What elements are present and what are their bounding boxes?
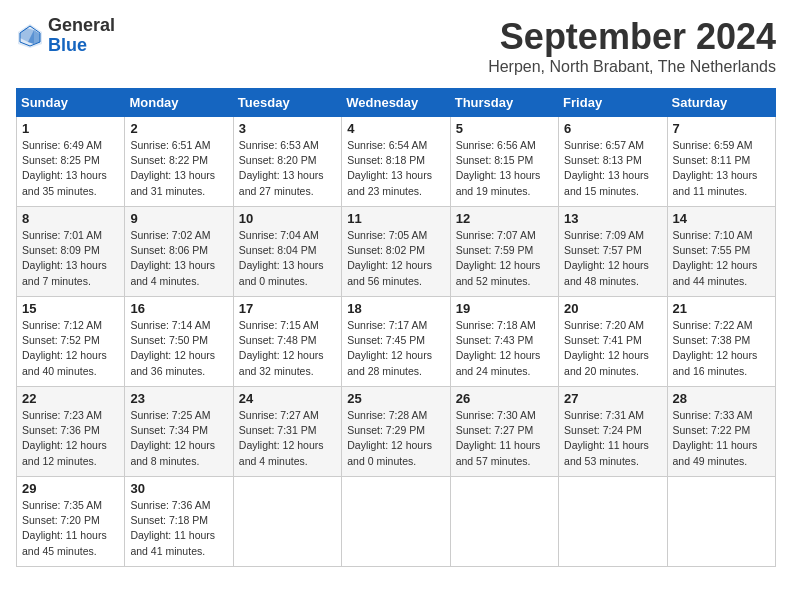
day-number: 27 bbox=[564, 391, 661, 406]
calendar-cell: 16Sunrise: 7:14 AMSunset: 7:50 PMDayligh… bbox=[125, 297, 233, 387]
day-number: 9 bbox=[130, 211, 227, 226]
calendar-cell: 22Sunrise: 7:23 AMSunset: 7:36 PMDayligh… bbox=[17, 387, 125, 477]
day-detail: Sunrise: 7:10 AMSunset: 7:55 PMDaylight:… bbox=[673, 229, 758, 287]
calendar-cell: 30Sunrise: 7:36 AMSunset: 7:18 PMDayligh… bbox=[125, 477, 233, 567]
column-header-sunday: Sunday bbox=[17, 89, 125, 117]
column-header-saturday: Saturday bbox=[667, 89, 775, 117]
column-header-thursday: Thursday bbox=[450, 89, 558, 117]
day-detail: Sunrise: 7:02 AMSunset: 8:06 PMDaylight:… bbox=[130, 229, 215, 287]
calendar-cell: 2Sunrise: 6:51 AMSunset: 8:22 PMDaylight… bbox=[125, 117, 233, 207]
calendar-cell: 26Sunrise: 7:30 AMSunset: 7:27 PMDayligh… bbox=[450, 387, 558, 477]
calendar-cell bbox=[667, 477, 775, 567]
day-detail: Sunrise: 6:59 AMSunset: 8:11 PMDaylight:… bbox=[673, 139, 758, 197]
calendar-cell: 10Sunrise: 7:04 AMSunset: 8:04 PMDayligh… bbox=[233, 207, 341, 297]
calendar-cell: 25Sunrise: 7:28 AMSunset: 7:29 PMDayligh… bbox=[342, 387, 450, 477]
logo-icon bbox=[16, 22, 44, 50]
day-number: 11 bbox=[347, 211, 444, 226]
calendar-cell: 12Sunrise: 7:07 AMSunset: 7:59 PMDayligh… bbox=[450, 207, 558, 297]
day-number: 29 bbox=[22, 481, 119, 496]
day-number: 18 bbox=[347, 301, 444, 316]
day-detail: Sunrise: 7:07 AMSunset: 7:59 PMDaylight:… bbox=[456, 229, 541, 287]
day-number: 10 bbox=[239, 211, 336, 226]
day-number: 30 bbox=[130, 481, 227, 496]
day-number: 2 bbox=[130, 121, 227, 136]
day-detail: Sunrise: 7:22 AMSunset: 7:38 PMDaylight:… bbox=[673, 319, 758, 377]
calendar-week-row: 15Sunrise: 7:12 AMSunset: 7:52 PMDayligh… bbox=[17, 297, 776, 387]
calendar-cell: 3Sunrise: 6:53 AMSunset: 8:20 PMDaylight… bbox=[233, 117, 341, 207]
day-detail: Sunrise: 6:51 AMSunset: 8:22 PMDaylight:… bbox=[130, 139, 215, 197]
calendar-cell: 9Sunrise: 7:02 AMSunset: 8:06 PMDaylight… bbox=[125, 207, 233, 297]
calendar-cell: 28Sunrise: 7:33 AMSunset: 7:22 PMDayligh… bbox=[667, 387, 775, 477]
calendar-cell: 8Sunrise: 7:01 AMSunset: 8:09 PMDaylight… bbox=[17, 207, 125, 297]
day-detail: Sunrise: 7:14 AMSunset: 7:50 PMDaylight:… bbox=[130, 319, 215, 377]
day-number: 21 bbox=[673, 301, 770, 316]
calendar-cell: 7Sunrise: 6:59 AMSunset: 8:11 PMDaylight… bbox=[667, 117, 775, 207]
calendar-cell: 6Sunrise: 6:57 AMSunset: 8:13 PMDaylight… bbox=[559, 117, 667, 207]
calendar-cell: 19Sunrise: 7:18 AMSunset: 7:43 PMDayligh… bbox=[450, 297, 558, 387]
calendar-cell: 15Sunrise: 7:12 AMSunset: 7:52 PMDayligh… bbox=[17, 297, 125, 387]
day-number: 25 bbox=[347, 391, 444, 406]
day-detail: Sunrise: 7:35 AMSunset: 7:20 PMDaylight:… bbox=[22, 499, 107, 557]
day-detail: Sunrise: 7:09 AMSunset: 7:57 PMDaylight:… bbox=[564, 229, 649, 287]
day-detail: Sunrise: 6:54 AMSunset: 8:18 PMDaylight:… bbox=[347, 139, 432, 197]
column-header-tuesday: Tuesday bbox=[233, 89, 341, 117]
calendar-subtitle: Herpen, North Brabant, The Netherlands bbox=[488, 58, 776, 76]
day-detail: Sunrise: 7:12 AMSunset: 7:52 PMDaylight:… bbox=[22, 319, 107, 377]
calendar-cell: 5Sunrise: 6:56 AMSunset: 8:15 PMDaylight… bbox=[450, 117, 558, 207]
day-number: 13 bbox=[564, 211, 661, 226]
column-header-wednesday: Wednesday bbox=[342, 89, 450, 117]
day-detail: Sunrise: 7:25 AMSunset: 7:34 PMDaylight:… bbox=[130, 409, 215, 467]
day-number: 24 bbox=[239, 391, 336, 406]
day-detail: Sunrise: 6:57 AMSunset: 8:13 PMDaylight:… bbox=[564, 139, 649, 197]
day-number: 14 bbox=[673, 211, 770, 226]
calendar-cell bbox=[233, 477, 341, 567]
day-detail: Sunrise: 7:28 AMSunset: 7:29 PMDaylight:… bbox=[347, 409, 432, 467]
logo-blue-text: Blue bbox=[48, 36, 115, 56]
day-number: 15 bbox=[22, 301, 119, 316]
day-number: 20 bbox=[564, 301, 661, 316]
column-header-monday: Monday bbox=[125, 89, 233, 117]
day-detail: Sunrise: 7:05 AMSunset: 8:02 PMDaylight:… bbox=[347, 229, 432, 287]
day-detail: Sunrise: 7:18 AMSunset: 7:43 PMDaylight:… bbox=[456, 319, 541, 377]
calendar-table: SundayMondayTuesdayWednesdayThursdayFrid… bbox=[16, 88, 776, 567]
day-detail: Sunrise: 7:36 AMSunset: 7:18 PMDaylight:… bbox=[130, 499, 215, 557]
calendar-cell: 20Sunrise: 7:20 AMSunset: 7:41 PMDayligh… bbox=[559, 297, 667, 387]
day-detail: Sunrise: 7:17 AMSunset: 7:45 PMDaylight:… bbox=[347, 319, 432, 377]
day-detail: Sunrise: 6:49 AMSunset: 8:25 PMDaylight:… bbox=[22, 139, 107, 197]
calendar-week-row: 22Sunrise: 7:23 AMSunset: 7:36 PMDayligh… bbox=[17, 387, 776, 477]
day-number: 19 bbox=[456, 301, 553, 316]
day-number: 3 bbox=[239, 121, 336, 136]
calendar-cell: 11Sunrise: 7:05 AMSunset: 8:02 PMDayligh… bbox=[342, 207, 450, 297]
day-detail: Sunrise: 7:30 AMSunset: 7:27 PMDaylight:… bbox=[456, 409, 541, 467]
calendar-cell: 27Sunrise: 7:31 AMSunset: 7:24 PMDayligh… bbox=[559, 387, 667, 477]
logo: General Blue bbox=[16, 16, 115, 56]
day-detail: Sunrise: 7:27 AMSunset: 7:31 PMDaylight:… bbox=[239, 409, 324, 467]
day-detail: Sunrise: 7:23 AMSunset: 7:36 PMDaylight:… bbox=[22, 409, 107, 467]
calendar-cell bbox=[450, 477, 558, 567]
calendar-cell: 24Sunrise: 7:27 AMSunset: 7:31 PMDayligh… bbox=[233, 387, 341, 477]
calendar-cell: 14Sunrise: 7:10 AMSunset: 7:55 PMDayligh… bbox=[667, 207, 775, 297]
calendar-cell: 17Sunrise: 7:15 AMSunset: 7:48 PMDayligh… bbox=[233, 297, 341, 387]
calendar-cell bbox=[559, 477, 667, 567]
calendar-cell: 18Sunrise: 7:17 AMSunset: 7:45 PMDayligh… bbox=[342, 297, 450, 387]
calendar-cell: 4Sunrise: 6:54 AMSunset: 8:18 PMDaylight… bbox=[342, 117, 450, 207]
day-number: 7 bbox=[673, 121, 770, 136]
day-number: 22 bbox=[22, 391, 119, 406]
title-block: September 2024 Herpen, North Brabant, Th… bbox=[488, 16, 776, 76]
day-number: 23 bbox=[130, 391, 227, 406]
calendar-week-row: 8Sunrise: 7:01 AMSunset: 8:09 PMDaylight… bbox=[17, 207, 776, 297]
day-number: 6 bbox=[564, 121, 661, 136]
day-number: 1 bbox=[22, 121, 119, 136]
day-number: 17 bbox=[239, 301, 336, 316]
calendar-cell: 29Sunrise: 7:35 AMSunset: 7:20 PMDayligh… bbox=[17, 477, 125, 567]
day-number: 8 bbox=[22, 211, 119, 226]
day-number: 4 bbox=[347, 121, 444, 136]
day-number: 5 bbox=[456, 121, 553, 136]
day-detail: Sunrise: 7:04 AMSunset: 8:04 PMDaylight:… bbox=[239, 229, 324, 287]
calendar-cell: 23Sunrise: 7:25 AMSunset: 7:34 PMDayligh… bbox=[125, 387, 233, 477]
day-detail: Sunrise: 6:56 AMSunset: 8:15 PMDaylight:… bbox=[456, 139, 541, 197]
day-detail: Sunrise: 7:15 AMSunset: 7:48 PMDaylight:… bbox=[239, 319, 324, 377]
day-number: 28 bbox=[673, 391, 770, 406]
day-detail: Sunrise: 7:20 AMSunset: 7:41 PMDaylight:… bbox=[564, 319, 649, 377]
day-detail: Sunrise: 7:31 AMSunset: 7:24 PMDaylight:… bbox=[564, 409, 649, 467]
